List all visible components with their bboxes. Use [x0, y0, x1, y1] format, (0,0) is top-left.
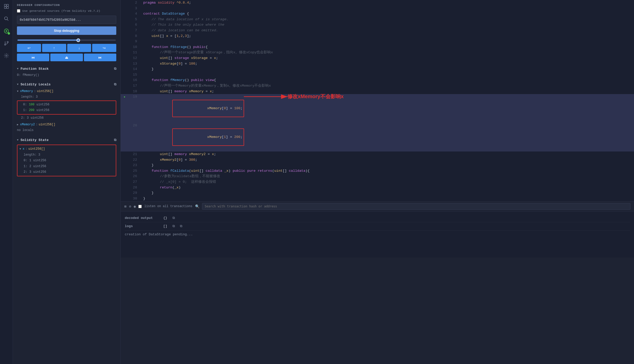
code-line-8: 8 uint[] x = [1,2,3]; [121, 33, 634, 39]
line-num-11: 11 [128, 50, 141, 55]
line-code-15 [141, 72, 634, 78]
line-code-25: function fCalldata(uint[] calldata _x) p… [141, 168, 634, 174]
solidity-locals-content: ▼ xMemory : uint256[] length: 3 0: 100 u… [13, 88, 120, 136]
xmemory-expand-arrow[interactable]: ▼ [17, 89, 18, 94]
code-table: 2 pragma solidity ^0.8.4; 3 4 contract D… [121, 0, 634, 201]
x-expand-arrow[interactable]: ▼ [20, 147, 21, 151]
line-gutter-2 [121, 0, 128, 6]
function-stack-arrow: ▼ [17, 67, 18, 70]
address-field[interactable] [17, 16, 116, 24]
line-code-27: // _x[0] = 0; 这样修改会报错 [141, 179, 634, 185]
stack-item-label: 0: fMemory() [17, 73, 39, 77]
line-num-27: 27 [128, 179, 141, 185]
slider-fill [17, 39, 78, 41]
expand-all-icon[interactable]: ⊞ [124, 204, 126, 209]
line-code-29: } [141, 190, 634, 196]
jump-button[interactable]: ⏭ [84, 54, 116, 61]
svg-point-4 [4, 17, 7, 20]
function-stack-copy[interactable]: ⧉ [114, 67, 116, 71]
x-length-row: length: 3 [20, 152, 114, 158]
line-num-9: 9 [128, 39, 141, 44]
x-item-2-type: uint256 [33, 169, 46, 175]
code-line-27: 27 // _x[0] = 0; 这样修改会报错 [121, 179, 634, 185]
svg-point-7 [6, 55, 7, 56]
line-code-21: uint[] memory xMemory2 = x; [141, 151, 634, 157]
search-icon[interactable] [3, 15, 10, 23]
step-forward-button[interactable]: ↪ [92, 44, 116, 52]
code-line-14: 14 } [121, 66, 634, 72]
tx-search-input[interactable] [202, 203, 630, 210]
generated-sources-row: Use generated sources (from Solidity v0.… [17, 9, 116, 13]
line-num-7: 7 [128, 28, 141, 33]
line-gutter-27 [121, 179, 128, 185]
code-line-9: 9 [121, 39, 634, 44]
decoded-output-value: {} [163, 216, 167, 220]
line-code-23: } [141, 163, 634, 168]
x-colon: : [25, 146, 27, 151]
slider-thumb[interactable] [76, 38, 80, 42]
line-gutter-7 [121, 28, 128, 33]
code-editor[interactable]: 2 pragma solidity ^0.8.4; 3 4 contract D… [121, 0, 634, 201]
line-code-12: uint[] storage xStorage = x; [141, 55, 634, 61]
solidity-locals-copy[interactable]: ⧉ [114, 83, 116, 86]
x-item-0-type: uint256 [33, 158, 46, 163]
line-code-11: //声明一个storage的变量 xStorage，指向x。修改xCopy也会影… [141, 50, 634, 55]
bottom-toolbar: ⊞ ⊘ ◉ listen on all transactions 🔍 [121, 201, 634, 211]
step-back-button[interactable]: ↩ [17, 44, 41, 52]
code-line-5: 5 // The data location of x is storage. [121, 17, 634, 22]
debug-icon[interactable] [3, 27, 10, 35]
line-code-26: //参数为calldata数组，不能被修改 [141, 174, 634, 179]
xmemory-item-2-value: 3 [27, 115, 28, 120]
step-over-button[interactable]: ↑ [42, 44, 66, 52]
generated-sources-checkbox[interactable] [17, 9, 20, 13]
x-root-row: ▼ x : uint256[] [20, 146, 114, 152]
clear-icon[interactable]: ⊘ [129, 204, 131, 209]
go-start-button[interactable]: ⏮ [17, 54, 49, 61]
line-code-7: // data location can be omitted. [141, 28, 634, 33]
decoded-output-row: decoded output {} ⧉ [125, 214, 630, 222]
line-gutter-18 [121, 89, 128, 94]
code-line-12: 12 uint[] storage xStorage = x; [121, 55, 634, 61]
git-icon[interactable] [3, 39, 10, 47]
x-item-1-type: uint256 [33, 164, 46, 169]
extensions-icon[interactable] [3, 52, 10, 59]
svg-line-5 [7, 19, 8, 21]
xmemory-item-2-index: 2: [21, 115, 25, 120]
files-icon[interactable] [3, 3, 10, 10]
no-locals-text: no locals [17, 127, 116, 133]
xmemory-root-row: ▼ xMemory : uint256[] [17, 88, 116, 94]
search-btn-icon[interactable]: 🔍 [195, 204, 199, 209]
line-gutter-25 [121, 168, 128, 174]
decoded-output-copy-icon[interactable]: ⧉ [172, 216, 175, 220]
x-item-1-value: 2 [29, 164, 31, 169]
xmemory-tree: ▼ xMemory : uint256[] length: 3 0: 100 u… [17, 88, 116, 127]
solidity-state-copy[interactable]: ⧉ [114, 138, 116, 142]
line-num-29: 29 [128, 190, 141, 196]
logs-copy-icon-1[interactable]: ⧉ [172, 224, 175, 228]
line-gutter-26 [121, 174, 128, 179]
line-code-8: uint[] x = [1,2,3]; [141, 33, 634, 39]
x-length-label: length: 3 [24, 152, 40, 157]
step-into-button[interactable]: ↓ [67, 44, 91, 52]
line-gutter-6 [121, 22, 128, 28]
logs-copy-icon-2[interactable]: ⧉ [180, 224, 182, 228]
filter-icon[interactable]: ◉ [134, 204, 136, 209]
xmemory2-name: xMemory2 [20, 122, 35, 127]
solidity-state-header[interactable]: ▼ Solidity State ⧉ [13, 136, 120, 144]
solidity-locals-header[interactable]: ▼ Solidity Locals ⧉ [13, 80, 120, 88]
function-stack-header[interactable]: ▼ Function Stack ⧉ [13, 64, 120, 73]
bottom-content: decoded output {} ⧉ logs [] ⧉ ⧉ creation… [121, 211, 634, 258]
xmemory-item-1: 1: 200 uint256 [19, 107, 114, 113]
logs-row: logs [] ⧉ ⧉ [125, 222, 630, 230]
xmemory2-colon: : [36, 122, 38, 127]
xmemory-item-1-value: 200 [29, 108, 34, 113]
stop-debugging-button[interactable]: Stop debugging [17, 26, 116, 35]
svg-rect-0 [4, 4, 6, 6]
listen-all-checkbox[interactable] [138, 205, 142, 208]
solidity-state-arrow: ▼ [17, 139, 18, 141]
slider-container [17, 39, 116, 41]
line-code-28: return(_x) [141, 185, 634, 190]
go-end-button[interactable]: ⏏ [50, 54, 83, 61]
x-item-1: 1: 2 uint256 [20, 164, 114, 169]
xmemory2-expand[interactable]: ▶ [17, 123, 18, 127]
